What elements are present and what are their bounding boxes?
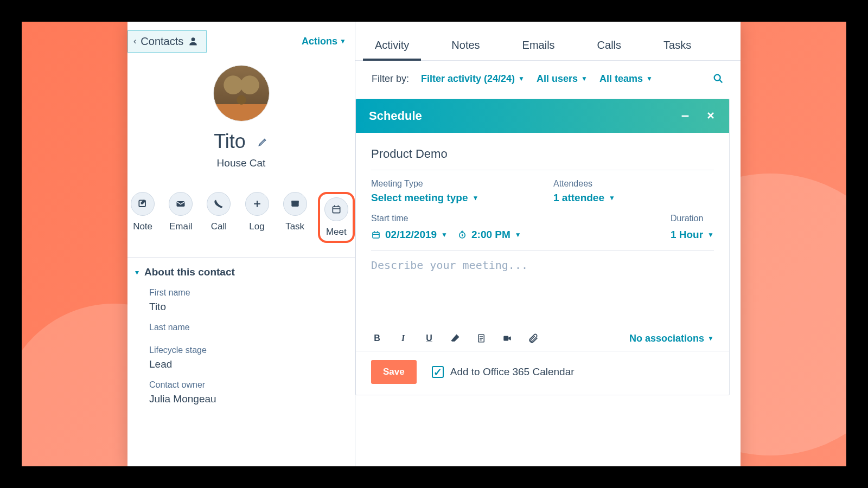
log-button[interactable] bbox=[245, 192, 269, 216]
eraser-icon[interactable] bbox=[449, 332, 461, 344]
tab-emails[interactable]: Emails bbox=[517, 39, 560, 60]
field-label: First name bbox=[149, 288, 344, 298]
qa-label: Meet bbox=[326, 227, 347, 237]
meeting-description-input[interactable] bbox=[371, 259, 714, 324]
attendees-label: Attendees bbox=[553, 179, 714, 189]
phone-icon bbox=[213, 198, 224, 209]
underline-icon[interactable]: U bbox=[423, 332, 435, 344]
email-button[interactable] bbox=[169, 192, 193, 216]
app-window: ‹ Contacts Actions ▼ Tito bbox=[127, 22, 741, 466]
back-label: Contacts bbox=[141, 35, 183, 48]
note-button[interactable] bbox=[131, 192, 155, 216]
attendees-dropdown[interactable]: 1 attendee ▼ bbox=[553, 192, 615, 204]
actions-label: Actions bbox=[302, 36, 337, 47]
bold-icon[interactable]: B bbox=[371, 332, 383, 344]
field-lifecycle[interactable]: Lifecycle stage Lead bbox=[135, 336, 344, 370]
field-label: Contact owner bbox=[149, 380, 344, 390]
duration-dropdown[interactable]: 1 Hour ▼ bbox=[671, 229, 714, 241]
call-button[interactable] bbox=[207, 192, 231, 216]
editor-toolbar: B I U No associat bbox=[356, 326, 729, 351]
meet-button[interactable] bbox=[324, 197, 348, 221]
task-button[interactable] bbox=[283, 192, 307, 216]
calendar-checkbox-label: Add to Office 365 Calendar bbox=[450, 366, 575, 378]
start-time-value: 2:00 PM bbox=[471, 229, 510, 241]
close-icon[interactable] bbox=[705, 110, 716, 122]
qa-label: Task bbox=[285, 221, 304, 232]
right-pane: Activity Notes Emails Calls Tasks Filter… bbox=[355, 22, 741, 466]
tab-activity[interactable]: Activity bbox=[369, 39, 414, 60]
qa-email: Email bbox=[165, 192, 196, 243]
meeting-title-input[interactable] bbox=[371, 144, 714, 170]
filter-users-label: All users bbox=[537, 73, 578, 85]
add-to-calendar-checkbox[interactable]: ✓ Add to Office 365 Calendar bbox=[432, 366, 575, 378]
field-value: Lead bbox=[149, 358, 344, 370]
filter-activity-dropdown[interactable]: Filter activity (24/24) ▼ bbox=[421, 73, 525, 85]
svg-point-6 bbox=[714, 75, 720, 81]
filter-users-dropdown[interactable]: All users ▼ bbox=[537, 73, 588, 85]
quick-actions: Note Email Call bbox=[127, 181, 355, 257]
search-icon[interactable] bbox=[712, 73, 724, 85]
qa-call: Call bbox=[203, 192, 234, 243]
minimize-icon[interactable] bbox=[679, 110, 691, 122]
plus-icon bbox=[252, 198, 263, 209]
actions-dropdown[interactable]: Actions ▼ bbox=[302, 36, 346, 47]
contact-subtitle: House Cat bbox=[217, 157, 266, 169]
about-toggle[interactable]: ▾ About this contact bbox=[135, 266, 344, 278]
field-last-name[interactable]: Last name bbox=[135, 313, 344, 332]
field-label: Last name bbox=[149, 323, 344, 332]
start-time-picker[interactable]: 2:00 PM ▼ bbox=[457, 229, 521, 241]
caret-down-icon: ▼ bbox=[515, 231, 521, 239]
schedule-panel-header: Schedule bbox=[356, 99, 729, 133]
associations-label: No associations bbox=[629, 333, 704, 344]
meeting-type-dropdown[interactable]: Select meeting type ▼ bbox=[371, 192, 478, 204]
italic-icon[interactable]: I bbox=[397, 332, 409, 344]
clock-icon bbox=[457, 230, 467, 240]
svg-rect-5 bbox=[333, 207, 340, 213]
person-icon bbox=[188, 36, 199, 47]
qa-note: Note bbox=[127, 192, 158, 243]
avatar[interactable] bbox=[213, 65, 270, 121]
associations-dropdown[interactable]: No associations ▼ bbox=[629, 333, 714, 344]
save-button[interactable]: Save bbox=[371, 360, 417, 384]
caret-down-icon: ▼ bbox=[581, 75, 588, 82]
caret-down-icon: ▼ bbox=[518, 75, 525, 82]
qa-label: Call bbox=[211, 221, 227, 232]
svg-rect-4 bbox=[291, 201, 298, 202]
tab-calls[interactable]: Calls bbox=[592, 39, 627, 60]
duration-label: Duration bbox=[671, 214, 714, 223]
svg-point-0 bbox=[192, 37, 195, 41]
meeting-type-label: Meeting Type bbox=[371, 179, 532, 189]
video-icon[interactable] bbox=[501, 332, 513, 344]
svg-rect-10 bbox=[503, 336, 508, 341]
back-to-contacts-button[interactable]: ‹ Contacts bbox=[127, 30, 207, 53]
caret-down-icon: ▼ bbox=[340, 37, 346, 45]
envelope-icon bbox=[175, 198, 186, 209]
filter-teams-label: All teams bbox=[599, 73, 643, 85]
filter-teams-dropdown[interactable]: All teams ▼ bbox=[599, 73, 653, 85]
start-date-picker[interactable]: 02/12/2019 ▼ bbox=[371, 229, 448, 241]
qa-log: Log bbox=[241, 192, 272, 243]
pencil-icon[interactable] bbox=[258, 136, 269, 147]
qa-label: Note bbox=[133, 221, 152, 232]
caret-down-icon: ▼ bbox=[441, 231, 448, 239]
qa-label: Email bbox=[169, 221, 193, 232]
document-icon[interactable] bbox=[475, 332, 487, 344]
field-value: Tito bbox=[149, 301, 344, 313]
schedule-panel-body: Meeting Type Select meeting type ▼ Atten… bbox=[356, 133, 729, 326]
tab-notes[interactable]: Notes bbox=[446, 39, 485, 60]
qa-label: Log bbox=[249, 221, 264, 232]
svg-rect-7 bbox=[373, 233, 379, 239]
field-owner[interactable]: Contact owner Julia Mongeau bbox=[135, 370, 344, 405]
field-first-name[interactable]: First name Tito bbox=[135, 278, 344, 313]
qa-meet-highlighted: Meet bbox=[318, 192, 355, 243]
qa-task: Task bbox=[280, 192, 310, 243]
filter-activity-label: Filter activity (24/24) bbox=[421, 73, 515, 85]
attachment-icon[interactable] bbox=[527, 332, 539, 344]
filter-bar: Filter by: Filter activity (24/24) ▼ All… bbox=[355, 61, 741, 94]
caret-down-icon: ▼ bbox=[609, 194, 615, 202]
calendar-icon bbox=[371, 230, 381, 240]
start-time-label: Start time bbox=[371, 214, 649, 223]
caret-down-icon: ▼ bbox=[646, 75, 653, 82]
tab-tasks[interactable]: Tasks bbox=[658, 39, 697, 60]
about-heading: About this contact bbox=[144, 266, 235, 278]
